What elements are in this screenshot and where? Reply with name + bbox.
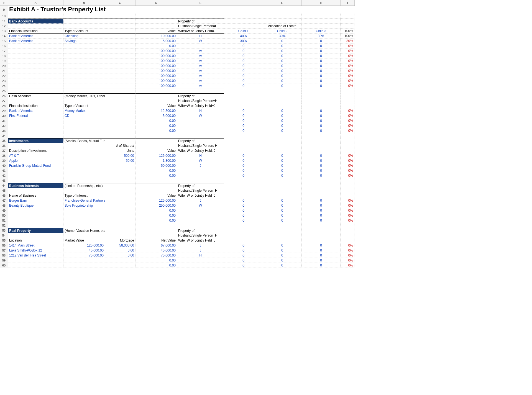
cell[interactable] [224,193,263,198]
inv-total[interactable]: 0% [341,158,354,163]
inv-property-of[interactable] [177,168,224,173]
cell[interactable] [302,143,341,148]
cell[interactable] [105,29,135,34]
cell[interactable] [63,163,105,168]
biz-child3[interactable]: 0 [302,218,341,223]
bank-property-of[interactable]: w [177,73,224,78]
biz-property-of[interactable]: J [177,198,224,203]
bank-child3[interactable]: 0 [302,53,341,58]
cell[interactable] [341,183,354,188]
cell[interactable] [105,88,135,93]
cell[interactable] [341,238,354,243]
cell[interactable] [135,223,177,228]
row-header[interactable]: 49 [0,208,8,213]
cell[interactable] [302,148,341,153]
cell[interactable] [63,19,105,24]
biz-child1[interactable]: 0 [224,218,263,223]
biz-child2[interactable]: 0 [263,198,302,203]
cash-child2[interactable]: 0 [263,113,302,118]
cash-child3[interactable]: 0 [302,128,341,133]
inv-description[interactable] [8,168,63,173]
cash-child2[interactable]: 0 [263,123,302,128]
biz-child3[interactable]: 0 [302,198,341,203]
row-header[interactable]: 16 [0,43,8,48]
cell[interactable] [105,198,135,203]
row-header[interactable]: 33 [0,128,8,133]
cell[interactable] [341,98,354,103]
bank-child1[interactable]: 30% [224,39,263,43]
row-header[interactable]: 23 [0,78,8,83]
cash-institution[interactable]: First Federal [8,113,63,118]
cell[interactable] [105,98,135,103]
cell[interactable] [105,133,135,138]
cell[interactable] [63,153,105,158]
row-header[interactable]: 15 [0,39,8,43]
inv-shares[interactable] [105,173,135,178]
row-header[interactable]: 9 [0,6,8,14]
cell[interactable] [224,88,263,93]
real-mortgage[interactable]: 58,000.00 [105,243,135,248]
real-total[interactable]: 0% [341,263,354,268]
cell[interactable] [263,178,302,183]
bank-value[interactable]: 100,000.00 [135,48,177,53]
cell[interactable] [105,24,135,29]
cell[interactable] [302,223,341,228]
row-header[interactable]: 59 [0,258,8,263]
col-header-D[interactable]: D [135,0,177,6]
row-header[interactable]: 27 [0,98,8,103]
biz-name[interactable]: Beauty Boutique [8,203,63,208]
biz-total[interactable]: 0% [341,213,354,218]
real-total[interactable]: 0% [341,243,354,248]
cell[interactable] [224,183,263,188]
bank-value[interactable]: 100,000.00 [135,68,177,73]
bank-total[interactable]: 0% [341,73,354,78]
biz-type[interactable]: Franchise-General Partnership [63,198,105,203]
biz-property-of[interactable] [177,208,224,213]
cash-child2[interactable]: 0 [263,128,302,133]
bank-child2[interactable]: 0 [263,43,302,48]
cash-value[interactable]: 5,000.00 [135,113,177,118]
cell[interactable] [177,223,224,228]
bank-type[interactable] [63,78,105,83]
bank-institution[interactable] [8,58,63,63]
cell[interactable] [63,88,105,93]
bank-property-of[interactable]: w [177,48,224,53]
bank-child1[interactable]: 0 [224,78,263,83]
row-header[interactable]: 20 [0,63,8,68]
inv-child3[interactable]: 0 [302,163,341,168]
cell[interactable] [341,233,354,238]
bank-value[interactable]: 100,000.00 [135,53,177,58]
cell[interactable] [105,118,135,123]
bank-type[interactable] [63,58,105,63]
cell[interactable] [263,223,302,228]
col-header-C[interactable]: C [105,0,135,6]
cell[interactable] [8,188,63,193]
real-total[interactable]: 0% [341,253,354,258]
inv-child3[interactable]: 0 [302,153,341,158]
cell[interactable] [224,188,263,193]
cell[interactable] [341,178,354,183]
cell[interactable] [8,14,63,19]
inv-child1[interactable]: 0 [224,158,263,163]
real-property-of[interactable]: J [177,248,224,253]
bank-child3[interactable]: 0 [302,58,341,63]
row-header[interactable]: 41 [0,168,8,173]
bank-property-of[interactable]: w [177,68,224,73]
cell[interactable] [263,88,302,93]
cell[interactable] [63,14,105,19]
cell[interactable] [105,193,135,198]
cell[interactable] [302,24,341,29]
row-header[interactable]: 24 [0,83,8,88]
cell[interactable] [263,103,302,108]
biz-name[interactable]: Burger Barn [8,198,63,203]
real-market[interactable]: 45,000.00 [63,248,105,253]
cell[interactable] [63,143,105,148]
real-child2[interactable]: 0 [263,248,302,253]
real-child1[interactable]: 0 [224,243,263,248]
inv-total[interactable]: 0% [341,173,354,178]
real-child2[interactable]: 0 [263,253,302,258]
cash-total[interactable]: 0% [341,118,354,123]
bank-institution[interactable] [8,43,63,48]
cell[interactable] [105,178,135,183]
cash-child2[interactable]: 0 [263,108,302,113]
